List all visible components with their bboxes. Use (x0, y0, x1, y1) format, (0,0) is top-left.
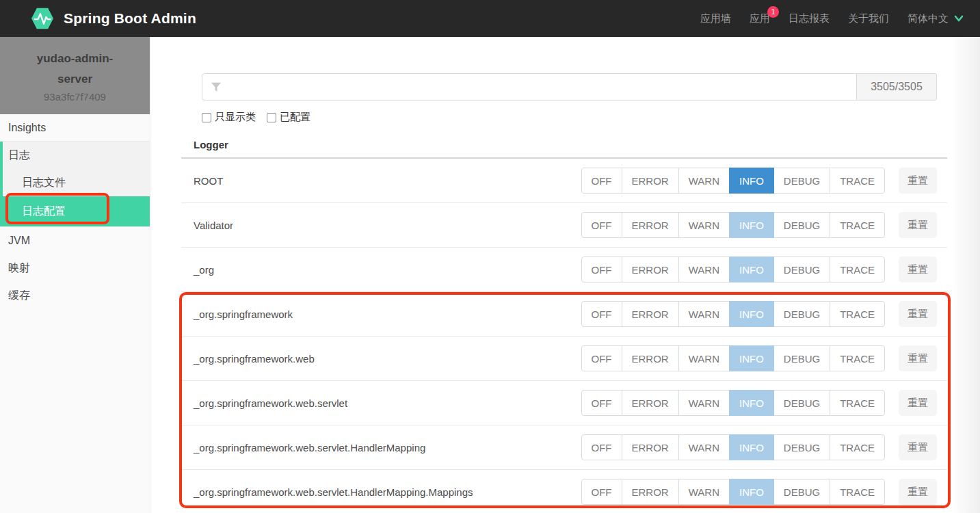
level-button-info[interactable]: INFO (729, 301, 774, 327)
logger-row: _org.springframework.web OFFERRORWARNINF… (181, 337, 947, 381)
level-button-debug[interactable]: DEBUG (773, 479, 830, 505)
logger-filter-input[interactable] (202, 73, 857, 101)
logger-controls: OFFERRORWARNINFODEBUGTRACE 重置 (581, 256, 937, 282)
applications-count-badge: 1 (767, 6, 779, 18)
reset-button[interactable]: 重置 (899, 345, 937, 371)
level-button-debug[interactable]: DEBUG (773, 345, 830, 371)
sidebar-item-insights[interactable]: Insights (0, 114, 150, 142)
checkbox-icon (202, 113, 211, 122)
level-button-trace[interactable]: TRACE (830, 256, 885, 282)
level-button-group: OFFERRORWARNINFODEBUGTRACE (581, 168, 885, 194)
level-button-trace[interactable]: TRACE (830, 212, 885, 238)
sidebar-item-logs[interactable]: 日志 (0, 142, 150, 169)
logger-name: _org.springframework.web.servlet.Handler… (194, 486, 581, 498)
logger-row: ROOT OFFERRORWARNINFODEBUGTRACE 重置 (181, 159, 947, 203)
level-button-off[interactable]: OFF (581, 256, 622, 282)
logger-controls: OFFERRORWARNINFODEBUGTRACE 重置 (581, 345, 937, 371)
level-button-trace[interactable]: TRACE (830, 345, 885, 371)
level-button-error[interactable]: ERROR (622, 434, 679, 460)
logger-controls: OFFERRORWARNINFODEBUGTRACE 重置 (581, 301, 937, 327)
logger-controls: OFFERRORWARNINFODEBUGTRACE 重置 (581, 390, 937, 416)
reset-button[interactable]: 重置 (899, 479, 937, 505)
level-button-info[interactable]: INFO (729, 256, 774, 282)
level-button-trace[interactable]: TRACE (830, 390, 885, 416)
logger-row: _org.springframework OFFERRORWARNINFODEB… (181, 292, 947, 337)
level-button-off[interactable]: OFF (581, 479, 622, 505)
level-button-debug[interactable]: DEBUG (773, 434, 830, 460)
level-button-error[interactable]: ERROR (622, 345, 679, 371)
reset-button[interactable]: 重置 (899, 390, 937, 416)
level-button-group: OFFERRORWARNINFODEBUGTRACE (581, 301, 885, 327)
level-button-info[interactable]: INFO (729, 345, 774, 371)
level-button-warn[interactable]: WARN (678, 390, 730, 416)
main-content: 3505/3505 只显示类 已配置 Logger ROOT OFFERRORW… (150, 37, 980, 513)
level-button-off[interactable]: OFF (581, 212, 622, 238)
nav-item-wallboard[interactable]: 应用墙 (700, 12, 731, 25)
level-button-off[interactable]: OFF (581, 434, 622, 460)
level-button-warn[interactable]: WARN (678, 168, 730, 194)
level-button-error[interactable]: ERROR (622, 390, 679, 416)
level-button-warn[interactable]: WARN (678, 345, 730, 371)
brand[interactable]: Spring Boot Admin (31, 7, 196, 30)
checkbox-class-only[interactable]: 只显示类 (202, 111, 256, 124)
logger-name: _org (194, 264, 581, 276)
sidebar-group-logs: 日志 日志文件 日志配置 (0, 142, 150, 227)
level-button-error[interactable]: ERROR (622, 301, 679, 327)
nav-item-journal[interactable]: 日志报表 (789, 12, 830, 25)
level-button-error[interactable]: ERROR (622, 479, 679, 505)
sidebar-item-caches[interactable]: 缓存 (0, 282, 150, 309)
reset-button[interactable]: 重置 (899, 301, 937, 327)
logger-count: 3505/3505 (857, 73, 937, 101)
level-button-debug[interactable]: DEBUG (773, 301, 830, 327)
level-button-warn[interactable]: WARN (678, 434, 730, 460)
level-button-off[interactable]: OFF (581, 168, 622, 194)
level-button-trace[interactable]: TRACE (830, 168, 885, 194)
app-title: Spring Boot Admin (64, 10, 196, 27)
sidebar-item-logfile[interactable]: 日志文件 (0, 169, 150, 196)
sidebar-item-mappings[interactable]: 映射 (0, 254, 150, 282)
reset-button[interactable]: 重置 (899, 212, 937, 238)
level-button-warn[interactable]: WARN (678, 256, 730, 282)
logger-table-body: ROOT OFFERRORWARNINFODEBUGTRACE 重置 Valid… (181, 159, 947, 513)
level-button-off[interactable]: OFF (581, 390, 622, 416)
language-selector[interactable]: 简体中文 (908, 12, 964, 25)
level-button-group: OFFERRORWARNINFODEBUGTRACE (581, 256, 885, 282)
level-button-error[interactable]: ERROR (622, 256, 679, 282)
level-button-debug[interactable]: DEBUG (773, 212, 830, 238)
level-button-trace[interactable]: TRACE (830, 301, 885, 327)
level-button-group: OFFERRORWARNINFODEBUGTRACE (581, 434, 885, 460)
level-button-off[interactable]: OFF (581, 345, 622, 371)
reset-button[interactable]: 重置 (899, 434, 937, 460)
level-button-info[interactable]: INFO (729, 479, 774, 505)
logger-name: _org.springframework (194, 308, 581, 320)
level-button-debug[interactable]: DEBUG (773, 390, 830, 416)
level-button-group: OFFERRORWARNINFODEBUGTRACE (581, 479, 885, 505)
logger-row: Validator OFFERRORWARNINFODEBUGTRACE 重置 (181, 203, 947, 248)
level-button-off[interactable]: OFF (581, 301, 622, 327)
sidebar-item-loggers[interactable]: 日志配置 (0, 196, 150, 226)
level-button-error[interactable]: ERROR (622, 212, 679, 238)
reset-button[interactable]: 重置 (899, 256, 937, 282)
level-button-error[interactable]: ERROR (622, 168, 679, 194)
logger-controls: OFFERRORWARNINFODEBUGTRACE 重置 (581, 479, 937, 505)
reset-button[interactable]: 重置 (899, 168, 937, 194)
logger-name: Validator (194, 220, 581, 231)
logger-row: _org.springframework.web.servlet OFFERRO… (181, 381, 947, 425)
level-button-info[interactable]: INFO (729, 168, 774, 194)
nav-item-applications[interactable]: 应用 1 (750, 12, 770, 25)
level-button-info[interactable]: INFO (729, 434, 774, 460)
nav-item-about[interactable]: 关于我们 (848, 12, 889, 25)
level-button-info[interactable]: INFO (729, 212, 774, 238)
checkbox-configured[interactable]: 已配置 (267, 111, 310, 124)
level-button-warn[interactable]: WARN (678, 301, 730, 327)
level-button-debug[interactable]: DEBUG (773, 168, 830, 194)
sidebar-item-jvm[interactable]: JVM (0, 227, 150, 254)
level-button-trace[interactable]: TRACE (830, 479, 885, 505)
logger-controls: OFFERRORWARNINFODEBUGTRACE 重置 (581, 212, 937, 238)
level-button-warn[interactable]: WARN (678, 479, 730, 505)
level-button-debug[interactable]: DEBUG (773, 256, 830, 282)
level-button-info[interactable]: INFO (729, 390, 774, 416)
level-button-warn[interactable]: WARN (678, 212, 730, 238)
instance-header[interactable]: yudao-admin-server 93a3fc7f7409 (0, 37, 150, 114)
level-button-trace[interactable]: TRACE (830, 434, 885, 460)
